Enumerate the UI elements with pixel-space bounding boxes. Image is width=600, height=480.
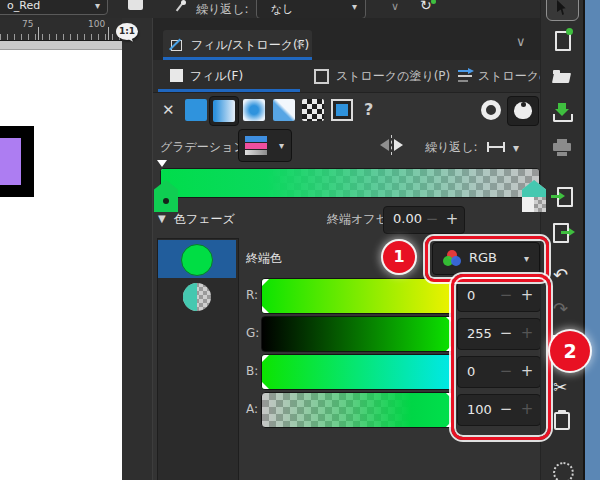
end-offset-spinner[interactable]: 0.00 − + — [383, 206, 465, 234]
stroke-style-icon — [458, 70, 474, 82]
stop-color-label: 終端色 — [246, 250, 282, 267]
channel-slider-r[interactable] — [261, 278, 454, 314]
sync-icon[interactable]: ↻ — [420, 0, 438, 14]
swatch-icon[interactable] — [128, 0, 143, 10]
channel-slider-b[interactable] — [261, 354, 454, 390]
tab-stroke-paint[interactable]: ストロークの塗り(P) — [306, 60, 448, 92]
dock-tab-fill-stroke[interactable]: フィル/ストローク(F) × — [163, 30, 312, 60]
gradient-select-dropdown[interactable]: ▾ — [238, 129, 292, 162]
stop-swatch-teal — [183, 283, 211, 311]
cursor-arrow-icon — [557, 0, 569, 15]
chevron-down-icon: ▾ — [279, 141, 284, 151]
ruler-label: 100 — [88, 19, 105, 29]
gradient-preview-bar[interactable] — [160, 168, 540, 198]
paint-unknown-icon[interactable]: ? — [364, 100, 373, 119]
paint-linear-gradient-icon[interactable] — [209, 96, 239, 126]
select-tool-button[interactable] — [546, 0, 579, 21]
channel-label-a: A: — [246, 402, 258, 416]
spin-minus-button[interactable]: − — [424, 209, 440, 229]
fill-rule-evenodd-icon[interactable] — [507, 96, 539, 126]
annotation-box-spinners — [451, 274, 551, 440]
channel-slider-g[interactable] — [261, 316, 454, 352]
end-offset-value: 0.00 — [393, 211, 422, 226]
open-document-icon[interactable] — [553, 68, 572, 87]
gradient-label: グラデーション: — [160, 139, 250, 156]
print-icon[interactable] — [553, 139, 572, 158]
undo-icon[interactable]: ↶ — [553, 266, 572, 285]
channel-label-b: B: — [246, 364, 258, 378]
toolbar-repeat-label: 繰り返し: — [196, 1, 249, 18]
export-document-icon[interactable] — [553, 223, 572, 242]
dock-tab-title: フィル/ストローク(F) — [191, 37, 309, 54]
paint-flat-icon[interactable] — [185, 99, 207, 121]
fill-square-icon — [170, 69, 183, 82]
import-document-icon[interactable] — [553, 187, 572, 206]
toolbar-repeat-dropdown[interactable]: なし ▾ — [256, 0, 366, 19]
drawn-rectangle[interactable] — [0, 126, 34, 197]
zoom-badge: 1:1 — [116, 23, 138, 40]
fill-rule-nonzero-icon[interactable] — [481, 100, 501, 120]
channel-slider-a[interactable] — [261, 392, 454, 428]
paint-mesh-gradient-icon[interactable] — [273, 99, 295, 121]
window-edge-strip — [583, 0, 600, 480]
stops-header: 色フェーズ — [174, 211, 235, 228]
paint-swatch-icon[interactable] — [331, 99, 353, 121]
ruler-label: 75 — [22, 19, 33, 29]
channel-label-r: R: — [246, 288, 258, 302]
save-document-icon[interactable] — [553, 103, 572, 122]
stop-list-item-selected[interactable] — [158, 240, 236, 278]
cut-icon[interactable]: ✂ — [553, 379, 572, 398]
tab-fill[interactable]: フィル(F) — [158, 60, 300, 92]
stops-expander-icon[interactable]: ▼ — [158, 213, 166, 224]
channel-label-g: G: — [246, 326, 259, 340]
gradient-name-dropdown[interactable]: o_Red ▾ — [0, 0, 108, 15]
redo-icon[interactable]: ↷ — [553, 300, 572, 319]
chevron-down-icon[interactable]: ∨ — [391, 0, 399, 13]
close-icon[interactable]: × — [295, 36, 306, 51]
reverse-gradient-icon[interactable] — [380, 136, 404, 154]
paint-none-icon[interactable]: ✕ — [162, 101, 175, 119]
annotation-step-1: 1 — [383, 241, 415, 273]
repeat-chevron-icon[interactable]: ▾ — [513, 142, 519, 154]
horizontal-ruler[interactable]: 75 100 — [0, 18, 122, 41]
canvas[interactable] — [0, 50, 122, 480]
stop-list-item[interactable] — [158, 278, 236, 316]
inkscape-window: o_Red ▾ 繰り返し: なし ▾ ∨ ↻ 75 100 1:1 — [0, 0, 600, 480]
chevron-down-icon: ▾ — [95, 1, 100, 11]
canvas-margin — [0, 41, 122, 50]
annotation-step-2: 2 — [550, 331, 590, 371]
stop-swatch-green — [181, 244, 213, 276]
paint-radial-gradient-icon[interactable] — [243, 99, 265, 121]
gradient-preview-icon — [245, 136, 267, 155]
repeat-none-icon[interactable] — [487, 141, 505, 153]
paste-icon[interactable] — [553, 410, 572, 429]
gradient-name-label: o_Red — [7, 0, 40, 12]
stop-list[interactable] — [157, 238, 239, 480]
dock-gutter[interactable] — [122, 18, 153, 480]
fill-stroke-icon — [171, 38, 185, 52]
stroke-square-icon — [314, 69, 329, 84]
pin-icon[interactable] — [173, 0, 187, 14]
zoom-tool-icon[interactable] — [553, 462, 574, 480]
repeat-label: 繰り返し: — [425, 139, 478, 156]
tab-stroke-style[interactable]: ストロークのスタイル(Y) — [452, 60, 540, 92]
chevron-down-icon: ▾ — [352, 2, 357, 12]
paint-pattern-icon[interactable] — [302, 99, 324, 121]
rectangle-fill — [0, 138, 21, 185]
stop-position-marker — [157, 160, 167, 167]
toolbar-repeat-value: なし — [271, 2, 294, 17]
spin-plus-button[interactable]: + — [444, 209, 460, 229]
dock-menu-chevron-icon[interactable]: ∨ — [516, 34, 526, 49]
new-document-icon[interactable] — [553, 31, 572, 50]
